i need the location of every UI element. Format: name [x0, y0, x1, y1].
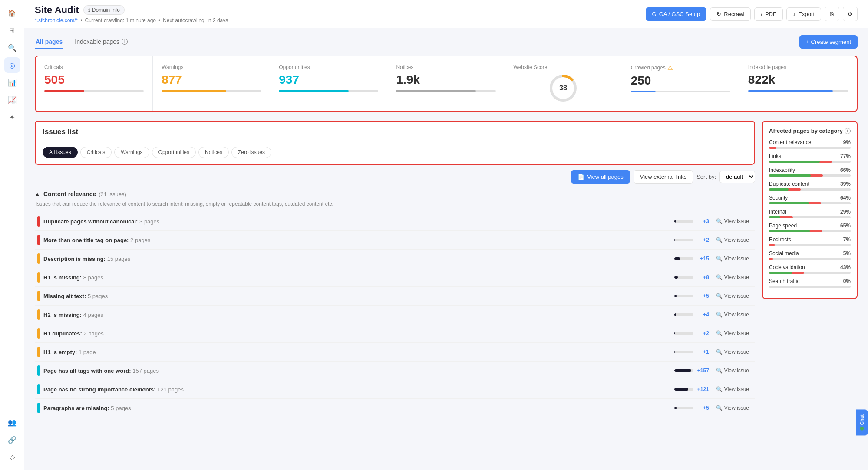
page-title: Site Audit: [35, 4, 79, 16]
affected-item[interactable]: Search traffic 0%: [769, 278, 851, 288]
affected-item[interactable]: Page speed 65%: [769, 223, 851, 232]
affected-item-pct: 5%: [843, 250, 851, 256]
stats-grid: Criticals 505 Warnings 877 Opportunities…: [35, 56, 858, 112]
create-segment-button[interactable]: + Create segment: [799, 35, 858, 49]
view-issue-button[interactable]: 🔍 View issue: [713, 291, 752, 301]
affected-item[interactable]: Indexability 66%: [769, 167, 851, 177]
affected-item[interactable]: Duplicate content 39%: [769, 181, 851, 191]
filter-tab-warnings[interactable]: Warnings: [114, 147, 149, 158]
view-issue-button[interactable]: 🔍 View issue: [713, 310, 752, 319]
issue-mini-bar: [674, 332, 693, 335]
stat-label: Criticals: [44, 64, 144, 70]
category-description: Issues that can reduce the relevance of …: [35, 201, 755, 207]
view-issue-button[interactable]: 🔍 View issue: [713, 217, 752, 226]
issues-actions-row: 📄 View all pages View external links Sor…: [35, 170, 755, 184]
issue-bar-area: +5: [674, 405, 709, 411]
sidebar-item-users[interactable]: 👥: [4, 414, 20, 430]
sidebar-item-trends[interactable]: 📈: [4, 92, 20, 108]
affected-item[interactable]: Code validation 43%: [769, 264, 851, 274]
stat-card-criticals[interactable]: Criticals 505: [36, 56, 153, 111]
affected-item[interactable]: Redirects 7%: [769, 237, 851, 246]
sidebar-item-audit[interactable]: ◎: [4, 57, 20, 73]
issue-row: H1 duplicates: 2 pages +2 🔍 View issue: [35, 324, 755, 343]
sidebar-item-home[interactable]: 🏠: [4, 5, 20, 21]
share-button[interactable]: ⎘: [825, 7, 839, 21]
issue-count-badge: +8: [696, 274, 709, 280]
filter-tab-notices[interactable]: Notices: [198, 147, 229, 158]
stat-bar: [631, 91, 730, 92]
affected-item-header: Social media 5%: [769, 250, 851, 256]
search-icon: 🔍: [716, 368, 723, 374]
view-issue-button[interactable]: 🔍 View issue: [713, 403, 752, 413]
stat-card-website-score[interactable]: Website Score 38: [505, 56, 622, 111]
sidebar-item-tools[interactable]: ✦: [4, 109, 20, 125]
issue-count-badge: +5: [696, 293, 709, 299]
category-header[interactable]: ▲Content relevance(21 issues): [35, 187, 755, 201]
sidebar-item-integrations[interactable]: 🔗: [4, 432, 20, 447]
stat-card-crawled-pages[interactable]: Crawled pages ⚠ 250: [622, 56, 739, 111]
filter-tab-zero-issues[interactable]: Zero issues: [231, 147, 271, 158]
warning-icon: ⚠: [667, 64, 673, 71]
affected-bar-green: [769, 188, 789, 191]
domain-info-button[interactable]: ℹ Domain info: [83, 5, 125, 15]
affected-item[interactable]: Links 77%: [769, 153, 851, 163]
view-issue-button[interactable]: 🔍 View issue: [713, 273, 752, 282]
issue-bar-area: +5: [674, 293, 709, 299]
view-issue-button[interactable]: 🔍 View issue: [713, 329, 752, 338]
affected-item-header: Content relevance 9%: [769, 139, 851, 145]
view-all-pages-button[interactable]: 📄 View all pages: [571, 170, 630, 184]
search-icon: 🔍: [716, 274, 723, 280]
search-icon: 🔍: [716, 405, 723, 411]
gauge-container: 38: [514, 73, 613, 103]
view-issue-button[interactable]: 🔍 View issue: [713, 235, 752, 245]
stat-card-notices[interactable]: Notices 1.9k: [387, 56, 505, 111]
affected-item-header: Security 64%: [769, 195, 851, 201]
domain-link[interactable]: *.sfchronicle.com/*: [35, 17, 78, 23]
sidebar-item-dashboard[interactable]: ⊞: [4, 23, 20, 38]
affected-item[interactable]: Security 64%: [769, 195, 851, 204]
affected-item[interactable]: Internal 29%: [769, 209, 851, 218]
stat-card-opportunities[interactable]: Opportunities 937: [270, 56, 387, 111]
sidebar-item-analytics[interactable]: 📊: [4, 75, 20, 90]
stat-label: Warnings: [162, 64, 261, 70]
affected-item[interactable]: Social media 5%: [769, 250, 851, 260]
refresh-icon: ↻: [716, 11, 721, 17]
ga-gsc-setup-button[interactable]: G GA / GSC Setup: [646, 7, 707, 21]
chat-bubble[interactable]: Chat: [856, 409, 868, 435]
category-block: ▲Content relevance(21 issues)Issues that…: [35, 187, 755, 417]
view-issue-button[interactable]: 🔍 View issue: [713, 254, 752, 263]
issues-section: Issues list All issuesCriticalsWarningsO…: [35, 121, 858, 417]
tab-all-pages[interactable]: All pages: [35, 36, 63, 49]
view-issue-button[interactable]: 🔍 View issue: [713, 347, 752, 357]
view-issue-button[interactable]: 🔍 View issue: [713, 366, 752, 375]
stat-value: 250: [631, 74, 730, 88]
search-icon: 🔍: [716, 237, 723, 243]
view-issue-button[interactable]: 🔍 View issue: [713, 385, 752, 394]
stat-card-warnings[interactable]: Warnings 877: [153, 56, 270, 111]
stat-value: 1.9k: [396, 73, 495, 87]
recrawl-button[interactable]: ↻ Recrawl: [710, 7, 751, 21]
sidebar-item-search[interactable]: 🔍: [4, 40, 20, 56]
stat-card-indexable-pages[interactable]: Indexable pages 822k: [739, 56, 857, 111]
filter-tab-opportunities[interactable]: Opportunities: [152, 147, 196, 158]
stat-bar-fill: [748, 90, 833, 92]
affected-bar-red: [769, 258, 773, 260]
filter-tab-criticals[interactable]: Criticals: [80, 147, 112, 158]
export-button[interactable]: ↓ Export: [786, 7, 821, 21]
issue-mini-bar: [674, 239, 693, 241]
stat-bar: [396, 90, 495, 92]
issues-main: Issues list All issuesCriticalsWarningsO…: [35, 121, 755, 417]
view-external-links-button[interactable]: View external links: [634, 170, 693, 184]
affected-item-pct: 9%: [843, 139, 851, 145]
affected-item[interactable]: Content relevance 9%: [769, 139, 851, 149]
settings-button[interactable]: ⚙: [843, 7, 858, 21]
sidebar-item-diamond[interactable]: ◇: [4, 449, 20, 465]
sort-select[interactable]: default: [719, 171, 755, 183]
severity-indicator: [37, 291, 40, 301]
share-icon: ⎘: [830, 11, 834, 17]
pdf-button[interactable]: / PDF: [754, 7, 783, 21]
stat-bar-fill: [396, 90, 475, 92]
filter-tab-all-issues[interactable]: All issues: [43, 147, 78, 158]
affected-item-header: Search traffic 0%: [769, 278, 851, 284]
tab-indexable-pages[interactable]: Indexable pages i: [74, 36, 129, 49]
